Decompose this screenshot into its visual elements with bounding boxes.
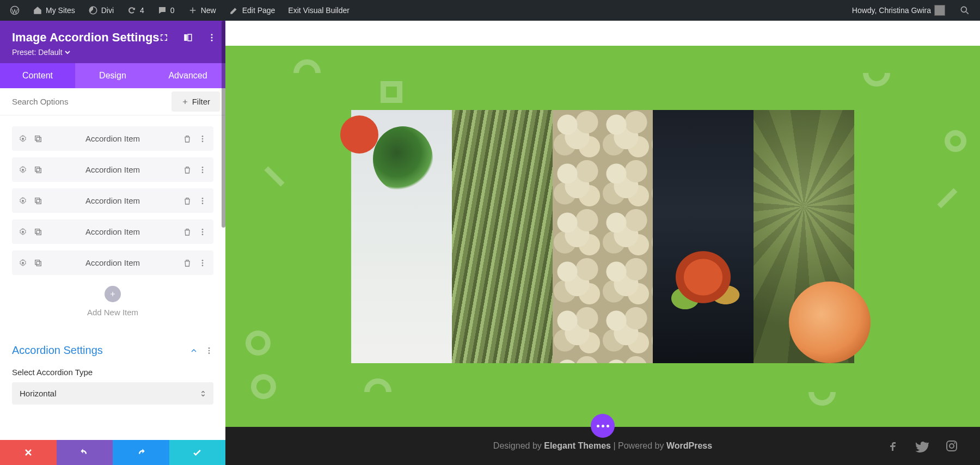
facebook-icon[interactable]: [886, 439, 899, 452]
kebab-icon[interactable]: [198, 166, 207, 174]
comments-menu[interactable]: 0: [153, 0, 179, 21]
svg-rect-15: [35, 167, 40, 171]
svg-point-30: [202, 231, 204, 233]
accordion-item-row[interactable]: Accordion Item: [12, 219, 213, 244]
duplicate-icon[interactable]: [34, 166, 42, 174]
panel-footer: [0, 440, 225, 465]
undo-button[interactable]: [57, 440, 113, 465]
svg-rect-4: [188, 34, 192, 41]
edit-page-link[interactable]: Edit Page: [225, 0, 280, 21]
accordion-item-row[interactable]: Accordion Item: [12, 188, 213, 213]
svg-point-32: [22, 262, 24, 264]
accordion-item-label: Accordion Item: [42, 258, 183, 267]
accordion-type-select[interactable]: Horizontal: [12, 382, 213, 405]
accordion-item-row[interactable]: Accordion Item: [12, 250, 213, 275]
svg-point-31: [202, 234, 204, 235]
comment-icon: [157, 5, 167, 15]
accordion-slice[interactable]: [452, 110, 553, 363]
kebab-icon[interactable]: [207, 33, 217, 42]
new-menu[interactable]: New: [183, 0, 220, 21]
add-new-label: Add New Item: [12, 308, 213, 317]
expand-icon[interactable]: [159, 33, 169, 42]
panel-body: Accordion Item Accordion Item Accordion …: [0, 115, 225, 440]
duplicate-icon[interactable]: [34, 259, 42, 267]
builder-fab-button[interactable]: [591, 414, 615, 438]
kebab-icon[interactable]: [205, 346, 213, 355]
credit-sep: | Powered by: [611, 441, 666, 450]
trash-icon[interactable]: [183, 259, 192, 267]
plus-icon: [109, 290, 117, 298]
new-label: New: [201, 6, 216, 15]
duplicate-icon[interactable]: [34, 134, 42, 143]
redo-button[interactable]: [113, 440, 169, 465]
tab-advanced[interactable]: Advanced: [150, 63, 225, 88]
plus-icon: [181, 98, 189, 106]
credit-brand-link[interactable]: Elegant Themes: [544, 441, 611, 450]
gear-icon[interactable]: [19, 166, 27, 174]
plus-icon: [188, 5, 198, 15]
panel-scrollbar[interactable]: [222, 21, 225, 228]
credit-platform-link[interactable]: WordPress: [666, 441, 712, 450]
snap-left-icon[interactable]: [183, 33, 193, 42]
kebab-icon[interactable]: [198, 197, 207, 205]
duplicate-icon[interactable]: [34, 228, 42, 236]
accordion-slice[interactable]: [754, 110, 854, 363]
search-input[interactable]: [0, 89, 171, 114]
account-menu[interactable]: Howdy, Christina Gwira: [848, 0, 950, 21]
updates-menu[interactable]: 4: [122, 0, 149, 21]
chevron-up-icon[interactable]: [189, 346, 198, 355]
svg-point-44: [947, 133, 964, 149]
svg-point-7: [211, 40, 213, 41]
avatar: [934, 5, 945, 16]
twitter-icon[interactable]: [916, 439, 929, 452]
select-caret-icon: [200, 390, 206, 397]
gear-icon[interactable]: [19, 259, 27, 267]
svg-point-29: [202, 229, 204, 230]
home-icon: [33, 5, 42, 15]
svg-point-8: [22, 138, 24, 140]
my-sites-menu[interactable]: My Sites: [28, 0, 79, 21]
add-item-button[interactable]: [105, 286, 121, 302]
instagram-icon[interactable]: [945, 439, 958, 452]
gear-icon[interactable]: [19, 197, 27, 205]
preset-selector[interactable]: Preset: Default: [12, 48, 213, 57]
search-icon: [959, 5, 970, 16]
exit-builder-label: Exit Visual Builder: [288, 6, 350, 15]
site-name-label: Divi: [101, 6, 114, 15]
trash-icon[interactable]: [183, 228, 192, 236]
panel-tabs: Content Design Advanced: [0, 63, 225, 88]
trash-icon[interactable]: [183, 134, 192, 143]
pencil-icon: [229, 5, 239, 15]
accordion-slice[interactable]: [653, 110, 754, 363]
kebab-icon[interactable]: [198, 259, 207, 267]
cancel-button[interactable]: [0, 440, 57, 465]
accordion-item-label: Accordion Item: [42, 227, 183, 236]
svg-point-36: [202, 262, 204, 264]
save-button[interactable]: [169, 440, 226, 465]
gear-icon[interactable]: [19, 134, 27, 143]
admin-search-button[interactable]: [955, 0, 975, 21]
accordion-item-label: Accordion Item: [42, 134, 183, 143]
wp-logo[interactable]: [5, 0, 24, 21]
duplicate-icon[interactable]: [34, 197, 42, 205]
trash-icon[interactable]: [183, 166, 192, 174]
site-menu[interactable]: Divi: [84, 0, 118, 21]
accordion-slice[interactable]: [351, 110, 452, 363]
trash-icon[interactable]: [183, 197, 192, 205]
svg-rect-33: [35, 260, 40, 264]
accordion-item-label: Accordion Item: [42, 196, 183, 205]
kebab-icon[interactable]: [198, 228, 207, 236]
tab-content[interactable]: Content: [0, 63, 75, 88]
svg-point-23: [202, 198, 204, 199]
image-accordion-module[interactable]: [351, 110, 854, 363]
exit-visual-builder-link[interactable]: Exit Visual Builder: [284, 0, 354, 21]
svg-point-26: [22, 231, 24, 233]
gear-icon[interactable]: [19, 228, 27, 236]
accordion-item-row[interactable]: Accordion Item: [12, 157, 213, 182]
filter-button[interactable]: Filter: [171, 91, 220, 112]
kebab-icon[interactable]: [198, 134, 207, 143]
tab-design[interactable]: Design: [75, 63, 150, 88]
accordion-slice[interactable]: [553, 110, 653, 363]
comments-count: 0: [170, 6, 175, 15]
accordion-item-row[interactable]: Accordion Item: [12, 126, 213, 151]
